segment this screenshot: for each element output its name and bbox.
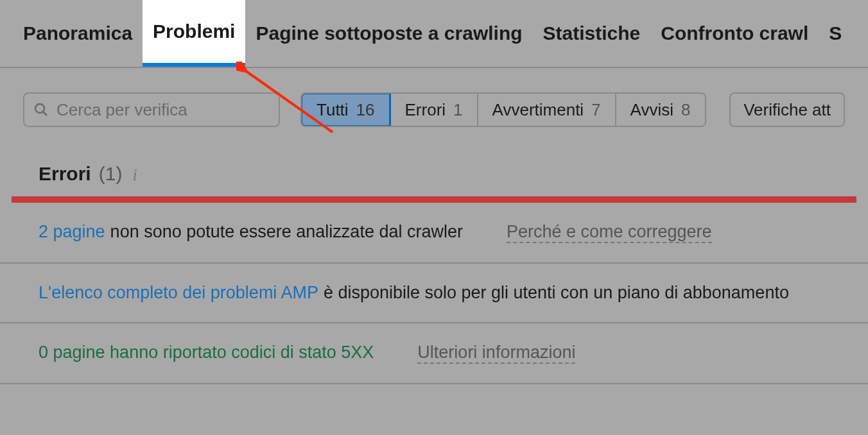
- section-count: (1): [99, 163, 123, 185]
- tab-pagine-crawling[interactable]: Pagine sottoposte a crawling: [245, 0, 532, 67]
- filter-avvertimenti[interactable]: Avvertimenti 7: [478, 94, 616, 126]
- issue-text: è disponibile solo per gli utenti con un…: [324, 283, 789, 303]
- info-icon[interactable]: i: [132, 166, 137, 185]
- issue-text: non sono potute essere analizzate dal cr…: [110, 222, 463, 242]
- tab-confronto-crawl[interactable]: Confronto crawl: [650, 0, 819, 67]
- svg-line-1: [43, 112, 47, 115]
- issue-row[interactable]: L'elenco completo dei problemi AMP è dis…: [0, 264, 868, 323]
- filter-avvisi[interactable]: Avvisi 8: [616, 94, 705, 126]
- severity-bar: [12, 196, 856, 203]
- filter-label: Avvisi: [630, 100, 673, 120]
- main-tabs: Panoramica Problemi Pagine sottoposte a …: [0, 0, 868, 68]
- filter-count: 16: [356, 100, 375, 120]
- section-header: Errori (1) i: [0, 127, 868, 196]
- issue-row[interactable]: 2 pagine non sono potute essere analizza…: [0, 203, 868, 264]
- filter-count: 8: [681, 100, 690, 120]
- tab-problemi[interactable]: Problemi: [143, 0, 245, 67]
- section-title: Errori: [39, 163, 91, 185]
- search-icon: [33, 102, 49, 117]
- filter-label: Avvertimenti: [492, 100, 584, 120]
- issue-link[interactable]: 2 pagine: [39, 222, 105, 242]
- filter-label: Tutti: [317, 100, 349, 120]
- content-area: Tutti 16 Errori 1 Avvertimenti 7 Avvisi …: [0, 68, 868, 384]
- issue-text-green: 0 pagine hanno riportato codici di stato…: [39, 343, 374, 362]
- search-box[interactable]: [23, 92, 280, 127]
- filter-label: Errori: [405, 100, 446, 120]
- tab-panoramica[interactable]: Panoramica: [13, 0, 143, 67]
- issue-helper-link[interactable]: Perché e come correggere: [507, 222, 712, 243]
- issue-helper-link[interactable]: Ulteriori informazioni: [417, 343, 575, 364]
- search-input[interactable]: [56, 100, 270, 120]
- filter-count: 7: [591, 100, 600, 120]
- controls-row: Tutti 16 Errori 1 Avvertimenti 7 Avvisi …: [0, 92, 868, 127]
- filter-errori[interactable]: Errori 1: [391, 94, 478, 126]
- tab-statistiche[interactable]: Statistiche: [533, 0, 651, 67]
- filter-count: 1: [453, 100, 462, 120]
- issue-link[interactable]: L'elenco completo dei problemi AMP: [39, 283, 318, 303]
- tab-truncated[interactable]: S: [819, 0, 852, 67]
- filter-tutti[interactable]: Tutti 16: [300, 92, 391, 127]
- svg-point-0: [35, 104, 44, 113]
- filter-group: Tutti 16 Errori 1 Avvertimenti 7 Avvisi …: [300, 92, 706, 127]
- verifications-button[interactable]: Verifiche att: [729, 92, 845, 127]
- issue-row[interactable]: 0 pagine hanno riportato codici di stato…: [0, 323, 868, 384]
